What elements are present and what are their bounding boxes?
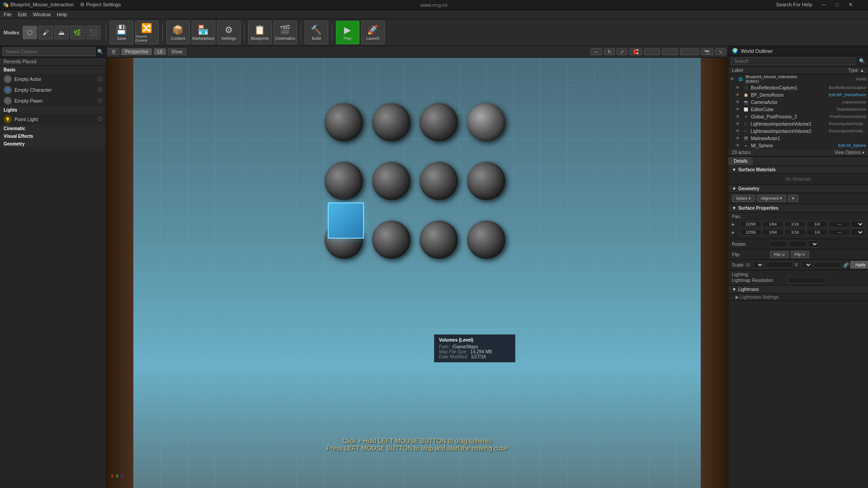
launch-button[interactable]: 🚀 Launch — [361, 21, 385, 44]
marketplace-button[interactable]: 🏪 Marketplace — [192, 21, 215, 44]
settings-label: Settings — [222, 36, 236, 41]
pan-val-1-3[interactable]: 1/16 — [784, 221, 806, 227]
vp-angle[interactable]: 10° — [662, 48, 678, 55]
scale-u-input[interactable]: 1.0 — [766, 262, 793, 268]
category-geometry[interactable]: Geometry — [0, 140, 106, 147]
pan-val-1-4[interactable]: 1/4 — [807, 221, 828, 227]
category-basic[interactable]: Basic — [0, 66, 106, 74]
vp-hamburger[interactable]: ☰ — [108, 48, 119, 55]
viewport-3d[interactable]: Click + Hold LEFT MOUSE BUTTON to drag s… — [106, 58, 728, 488]
vp-perspective[interactable]: Perspective — [121, 48, 152, 55]
geometry-label: Geometry — [738, 186, 760, 191]
cinematics-button[interactable]: 🎬 Cinematics — [274, 21, 297, 44]
pan-val-2-4[interactable]: 1/4 — [807, 229, 828, 235]
vp-show[interactable]: Show — [168, 48, 186, 55]
category-cinematic[interactable]: Cinematic — [0, 125, 106, 132]
content-button[interactable]: 📦 Content — [166, 21, 190, 44]
menu-edit[interactable]: Edit — [18, 12, 27, 17]
lightmap-input[interactable]: 0.0 — [788, 277, 824, 283]
mode-landscape[interactable]: ⛰ — [54, 26, 69, 39]
scale-u-dropdown[interactable] — [753, 261, 764, 268]
class-empty-pawn[interactable]: ⬡ Empty Pawn ⓘ — [0, 95, 106, 106]
vp-rotate[interactable]: ↻ — [604, 48, 615, 55]
pan-val-1-5[interactable]: --- — [829, 221, 850, 227]
outliner-item-matinee[interactable]: 👁 🎬 MatineeActor1 — [728, 135, 868, 142]
minimize-btn[interactable]: ─ — [822, 2, 826, 8]
window-search[interactable]: Search For Help — [776, 2, 812, 8]
lightmass-header[interactable]: ▼ Lightmass — [728, 286, 868, 294]
save-button[interactable]: 💾 Save — [110, 21, 133, 44]
menu-window[interactable]: Window — [33, 12, 51, 17]
rotate-input-1[interactable]: 45 — [770, 241, 787, 247]
outliner-item-postprocess[interactable]: 👁 ✦ Global_PostProcess_2 PostProcessVolu… — [728, 113, 868, 120]
details-tab-details[interactable]: Details — [728, 157, 754, 165]
vp-grid-size[interactable]: 10 — [644, 48, 660, 55]
toolbar-sep-3 — [244, 23, 245, 42]
mode-geometry[interactable]: ⬛ — [86, 26, 100, 39]
class-empty-character[interactable]: 👤 Empty Character ⓘ — [0, 84, 106, 95]
vp-lit[interactable]: Lit — [154, 48, 166, 55]
mode-place[interactable]: ⬡ — [23, 26, 37, 39]
outliner-item-editorcube[interactable]: 👁 ⬜ EditorCube StaticMeshActor — [728, 106, 868, 113]
settings-button[interactable]: ⚙ Settings — [217, 21, 241, 44]
surface-properties-header[interactable]: ▼ Surface Properties — [728, 204, 868, 212]
outliner-item-camera[interactable]: 👁 📷 CameraActor CameraActor — [728, 99, 868, 106]
source-control-button[interactable]: 🔀 Source Control — [135, 21, 159, 44]
pan-val-2-1[interactable]: 1/256 — [740, 229, 761, 235]
build-button[interactable]: 🔨 Build — [305, 21, 328, 44]
category-lights[interactable]: Lights — [0, 106, 106, 114]
pan-val-1-1[interactable]: 1/256 — [740, 221, 761, 227]
flip-u-button[interactable]: Flip U — [770, 251, 789, 258]
scale-v-input[interactable]: 1.0 — [814, 262, 841, 268]
scale-v-dropdown[interactable] — [802, 261, 812, 268]
flip-v-button[interactable]: Flip V — [791, 251, 809, 258]
vp-translate[interactable]: ↔ — [590, 48, 602, 55]
vp-scale[interactable]: ⤢ — [617, 48, 627, 55]
view-options-btn[interactable]: View Options ▾ — [834, 150, 864, 155]
outliner-item-misphere[interactable]: 👁 ● MI_Sphere Edit MI_Sphere — [728, 142, 868, 149]
blueprints-button[interactable]: 📋 Blueprints — [248, 21, 272, 44]
class-point-light[interactable]: 💡 Point Light ⓘ — [0, 114, 106, 125]
maximize-btn[interactable]: □ — [835, 2, 839, 8]
surface-materials-header[interactable]: ▼ Surface Materials — [728, 166, 868, 174]
outliner-item-boxreflection[interactable]: 👁 ⬡ BoxReflectionCapture1 BoxReflectionC… — [728, 84, 868, 91]
menu-help[interactable]: Help — [57, 12, 67, 17]
tab-settings[interactable]: ⚙ Project Settings — [80, 2, 121, 8]
apply-button[interactable]: Apply — [850, 261, 868, 268]
pan-dropdown-2[interactable] — [851, 229, 864, 236]
vp-snap[interactable]: 🧲 — [629, 48, 642, 55]
outliner-sort-icon: ▲ — [860, 68, 864, 73]
category-visual-effects[interactable]: Visual Effects — [0, 132, 106, 140]
outliner-item-world[interactable]: 👁 🌐 Blueprint_Mouse_Interaction (Editor)… — [728, 74, 868, 84]
pan-val-2-5[interactable]: --- — [829, 229, 850, 235]
lightmass-settings-link[interactable]: ▶ Lightmass Settings — [728, 294, 868, 301]
play-button[interactable]: ▶ Play — [336, 21, 359, 44]
tab-blueprint[interactable]: 🎭 Blueprint_Mouse_Interaction — [3, 2, 74, 8]
select-btn[interactable]: Select ▾ — [732, 195, 755, 202]
rotate-dropdown[interactable] — [808, 240, 819, 248]
pan-val-2-2[interactable]: 1/64 — [762, 229, 783, 235]
outliner-item-demoroom[interactable]: 👁 🏠 BP_DemoRoom Edit BP_DemoRoom — [728, 91, 868, 99]
outliner-item-lightmass1[interactable]: 👁 □ LightmassImportanceVolume1 Precomput… — [728, 120, 868, 127]
pan-dropdown-1[interactable] — [851, 221, 864, 228]
outliner-item-lightmass2[interactable]: 👁 □ LightmassImportanceVolume2 Precomput… — [728, 127, 868, 135]
details-panel: Details ▼ Surface Materials No Materials… — [728, 156, 868, 488]
geometry-header[interactable]: ▼ Geometry — [728, 185, 868, 193]
pan-val-2-3[interactable]: 1/16 — [784, 229, 806, 235]
close-btn[interactable]: ✕ — [849, 2, 853, 8]
alignment-btn[interactable]: Alignment ▾ — [757, 195, 787, 202]
search-classes-input[interactable] — [2, 47, 95, 56]
vp-maximize[interactable]: ⤡ — [715, 48, 726, 55]
mode-foliage[interactable]: 🌿 — [70, 26, 85, 39]
rotate-input-2[interactable]: 90 — [789, 241, 806, 247]
outliner-search-input[interactable] — [731, 57, 855, 65]
mode-paint[interactable]: 🖌 — [38, 26, 53, 39]
geometry-options-btn[interactable]: ▾ — [788, 195, 798, 202]
empty-character-label: Empty Character — [14, 87, 95, 93]
pan-val-1-2[interactable]: 1/64 — [762, 221, 783, 227]
vp-scale-val[interactable]: 0.25 — [680, 48, 699, 55]
vp-camera[interactable]: 📷 — [701, 48, 713, 55]
class-empty-actor[interactable]: ⬡ Empty Actor ⓘ — [0, 74, 106, 84]
sphere-4 — [467, 103, 505, 141]
menu-file[interactable]: File — [4, 12, 12, 17]
